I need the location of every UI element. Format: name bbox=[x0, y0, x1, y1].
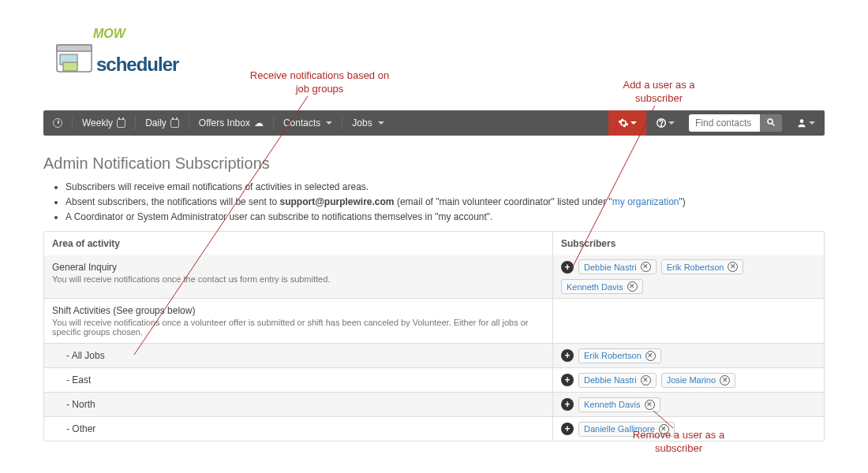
table-row: General InquiryYou will receive notifica… bbox=[44, 255, 824, 298]
subscriber-chip: Erik Robertson✕ bbox=[661, 259, 744, 274]
subscriber-link[interactable]: Josie Marino bbox=[667, 375, 716, 385]
area-cell: - East bbox=[44, 368, 552, 392]
subscribers-cell: +Kenneth Davis✕ bbox=[552, 393, 824, 416]
chevron-down-icon bbox=[378, 121, 384, 125]
content: Admin Notification Subscriptions Subscri… bbox=[0, 136, 868, 441]
my-organization-link[interactable]: my organization bbox=[612, 196, 679, 207]
subscriber-link[interactable]: Kenneth Davis bbox=[584, 400, 641, 409]
area-title: - East bbox=[52, 374, 544, 385]
svg-rect-6 bbox=[63, 62, 77, 71]
logo-mow-text: MOW bbox=[93, 27, 125, 40]
add-subscriber-button[interactable]: + bbox=[561, 423, 574, 435]
table-row: - North+Kenneth Davis✕ bbox=[44, 392, 824, 416]
remove-subscriber-button[interactable]: ✕ bbox=[641, 262, 651, 272]
subscriber-chip: Josie Marino✕ bbox=[661, 373, 735, 388]
x-icon: ✕ bbox=[642, 377, 649, 384]
subscriber-chip: Danielle Gallimore✕ bbox=[578, 422, 675, 437]
x-icon: ✕ bbox=[646, 401, 653, 408]
area-description: You will receive notifications once a vo… bbox=[52, 318, 544, 337]
col-header-subscribers: Subscribers bbox=[552, 232, 824, 255]
area-title: - North bbox=[52, 399, 544, 410]
nav-contacts[interactable]: Contacts bbox=[274, 110, 342, 136]
col-header-area: Area of activity bbox=[44, 232, 552, 255]
table-header: Area of activity Subscribers bbox=[44, 232, 824, 255]
subscriber-link[interactable]: Debbie Nastri bbox=[584, 263, 637, 272]
logo-brand-text: scheduler bbox=[96, 54, 178, 75]
calendar-icon bbox=[170, 119, 179, 128]
svg-point-8 bbox=[661, 125, 662, 126]
subscriber-chip: Debbie Nastri✕ bbox=[578, 259, 657, 274]
plus-icon: + bbox=[564, 423, 570, 434]
nav-daily[interactable]: Daily bbox=[136, 110, 189, 136]
remove-subscriber-button[interactable]: ✕ bbox=[645, 351, 656, 361]
info-list: Subscribers will receive email notificat… bbox=[43, 181, 825, 223]
user-icon bbox=[796, 117, 807, 128]
remove-subscriber-button[interactable]: ✕ bbox=[728, 262, 738, 272]
add-subscriber-button[interactable]: + bbox=[561, 261, 574, 274]
remove-subscriber-button[interactable]: ✕ bbox=[720, 375, 730, 385]
subscribers-cell: +Erik Robertson✕ bbox=[552, 344, 824, 367]
subscriber-link[interactable]: Erik Robertson bbox=[584, 351, 642, 360]
x-icon: ✕ bbox=[722, 377, 728, 384]
nav-help[interactable] bbox=[646, 110, 684, 136]
subscribers-cell: +Danielle Gallimore✕ bbox=[552, 417, 824, 441]
navbar: Weekly Daily Offers Inbox ☁ Contacts Job… bbox=[43, 110, 825, 136]
subscriber-link[interactable]: Erik Robertson bbox=[667, 263, 724, 272]
area-cell: - North bbox=[44, 393, 552, 416]
nav-offers-inbox[interactable]: Offers Inbox ☁ bbox=[189, 110, 273, 136]
nav-home[interactable] bbox=[43, 110, 72, 136]
nav-settings[interactable] bbox=[608, 110, 646, 136]
area-cell: General InquiryYou will receive notifica… bbox=[44, 255, 552, 298]
info-item: Absent subscribers, the notifications wi… bbox=[65, 196, 825, 209]
svg-rect-4 bbox=[57, 45, 92, 51]
page-title: Admin Notification Subscriptions bbox=[43, 155, 825, 173]
area-title: - All Jobs bbox=[52, 350, 544, 361]
subscriber-chip: Debbie Nastri✕ bbox=[578, 373, 657, 388]
subscriber-chip: Erik Robertson✕ bbox=[578, 348, 661, 363]
table-row: - East+Debbie Nastri✕Josie Marino✕ bbox=[44, 367, 824, 392]
subscriber-link[interactable]: Debbie Nastri bbox=[584, 375, 637, 385]
plus-icon: + bbox=[564, 350, 570, 361]
cloud-icon: ☁ bbox=[254, 117, 264, 128]
remove-subscriber-button[interactable]: ✕ bbox=[627, 281, 638, 292]
subscriber-link[interactable]: Danielle Gallimore bbox=[584, 424, 655, 434]
subscriptions-table: Area of activity Subscribers General Inq… bbox=[43, 231, 825, 441]
x-icon: ✕ bbox=[660, 426, 667, 433]
table-row: - Other+Danielle Gallimore✕ bbox=[44, 416, 824, 441]
nav-user-menu[interactable] bbox=[787, 110, 825, 136]
nav-search bbox=[684, 114, 787, 132]
plus-icon: + bbox=[564, 262, 570, 273]
remove-subscriber-button[interactable]: ✕ bbox=[641, 375, 651, 385]
search-button[interactable] bbox=[760, 114, 782, 132]
subscriber-link[interactable]: Kenneth Davis bbox=[567, 282, 623, 292]
plus-icon: + bbox=[564, 374, 570, 385]
x-icon: ✕ bbox=[642, 263, 649, 270]
add-subscriber-button[interactable]: + bbox=[561, 398, 574, 411]
subscriber-chip: Kenneth Davis✕ bbox=[561, 279, 643, 294]
remove-subscriber-button[interactable]: ✕ bbox=[659, 424, 669, 434]
svg-point-9 bbox=[768, 119, 773, 124]
plus-icon: + bbox=[564, 399, 570, 410]
clock-icon bbox=[53, 118, 62, 128]
remove-subscriber-button[interactable]: ✕ bbox=[645, 400, 655, 410]
nav-weekly[interactable]: Weekly bbox=[73, 110, 135, 136]
svg-line-10 bbox=[773, 123, 775, 125]
chevron-down-icon bbox=[630, 121, 637, 125]
calendar-icon bbox=[117, 119, 125, 128]
chevron-down-icon bbox=[668, 121, 675, 125]
subscribers-cell bbox=[552, 299, 824, 343]
subscriber-chip: Kenneth Davis✕ bbox=[578, 397, 660, 412]
add-subscriber-button[interactable]: + bbox=[561, 374, 574, 386]
chevron-down-icon bbox=[326, 121, 332, 125]
gear-icon bbox=[618, 117, 629, 128]
area-cell: - Other bbox=[44, 417, 552, 441]
search-input[interactable] bbox=[689, 114, 760, 132]
area-cell: Shift Activities (See groups below)You w… bbox=[44, 299, 552, 343]
info-item: Subscribers will receive email notificat… bbox=[65, 181, 825, 194]
table-row: - All Jobs+Erik Robertson✕ bbox=[44, 343, 824, 367]
chevron-down-icon bbox=[809, 121, 815, 125]
logo-icon bbox=[55, 43, 93, 76]
add-subscriber-button[interactable]: + bbox=[561, 349, 574, 362]
nav-jobs[interactable]: Jobs bbox=[342, 110, 393, 136]
logo: MOW scheduler bbox=[55, 39, 178, 76]
